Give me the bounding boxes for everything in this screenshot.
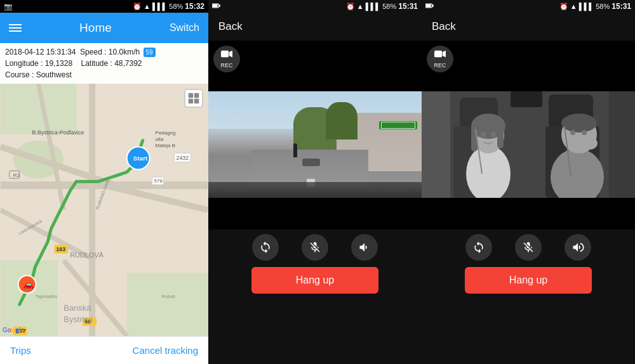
interior-camera-panel: ⏰ ▲ ▌▌▌ 58% 15:31 Back REC — [422, 0, 635, 364]
svg-text:Tajovského: Tajovského — [36, 294, 58, 299]
svg-text:🚗: 🚗 — [23, 279, 34, 290]
cam3-bottom-black — [422, 198, 635, 230]
cam2-header: Back — [208, 13, 422, 41]
svg-rect-47 — [221, 51, 229, 58]
cam2-hangup-area: Hang up — [208, 265, 422, 301]
cam3-hangup-button[interactable]: Hang up — [465, 267, 592, 294]
svg-text:B.Bystrica-Podlavice: B.Bystrica-Podlavice — [32, 129, 84, 136]
cam3-rec-button[interactable]: REC — [427, 46, 453, 72]
cam3-mic-button[interactable] — [515, 234, 542, 261]
svg-rect-46 — [213, 4, 218, 8]
svg-text:Start: Start — [133, 155, 148, 162]
cam3-controls — [422, 230, 635, 265]
cam2-videocam-icon — [221, 49, 232, 61]
cam2-time: 15:31 — [398, 2, 418, 11]
svg-rect-50 — [432, 4, 434, 7]
cam2-rec-label: REC — [220, 62, 232, 68]
status-bar-map: 📷 ⏰ ▲ ▌▌▌ 58% 15:32 — [0, 0, 208, 13]
cam2-back-button[interactable]: Back — [218, 20, 243, 33]
info-coords: Longitude : 19,1328 Latitude : 48,7392 — [5, 58, 203, 69]
longitude-label: Longitude : 19,1328 — [5, 59, 72, 68]
svg-rect-51 — [426, 4, 431, 8]
svg-point-71 — [582, 130, 587, 135]
cam2-right-icons: ⏰ ▲ ▌▌▌ 58% 15:31 — [346, 2, 418, 11]
svg-rect-63 — [497, 126, 504, 148]
cam3-signal-icon: ▌▌▌ — [579, 3, 594, 10]
cam2-top-black: REC — [208, 41, 422, 91]
svg-rect-42 — [189, 99, 194, 104]
svg-point-64 — [481, 132, 486, 137]
cam2-signal-icon: ▌▌▌ — [366, 3, 380, 10]
svg-rect-75 — [609, 91, 635, 198]
cam3-top-black: REC — [422, 41, 635, 91]
map-view[interactable]: R1 163 E77 66 Start 🚗 — [0, 84, 208, 336]
switch-button[interactable]: Switch — [170, 22, 199, 34]
status-right-icons: ⏰ ▲ ▌▌▌ 58% 15:32 — [133, 2, 204, 11]
cam2-bottom-black — [208, 198, 422, 230]
svg-text:Banská: Banská — [64, 303, 91, 313]
interior-scene — [422, 91, 635, 198]
svg-rect-43 — [194, 99, 199, 104]
cam2-wifi-icon: ▲ — [357, 3, 364, 10]
cam2-controls — [208, 230, 422, 265]
signal-icon: ▌▌▌ — [152, 3, 167, 10]
latitude-label: Latitude : 48,7392 — [81, 59, 142, 68]
trips-button[interactable]: Trips — [10, 345, 31, 356]
cam3-rotate-button[interactable] — [465, 234, 492, 261]
svg-point-65 — [491, 132, 496, 137]
svg-text:578: 578 — [154, 178, 163, 184]
svg-text:ulta: ulta — [156, 136, 164, 142]
svg-text:Pedagog: Pedagog — [156, 130, 176, 136]
svg-rect-52 — [434, 51, 442, 58]
cam3-time: 15:31 — [612, 2, 631, 11]
cam3-header: Back — [422, 13, 635, 41]
road-scene — [208, 91, 422, 198]
app-bar: Home Switch — [0, 13, 208, 43]
svg-point-69 — [582, 137, 598, 150]
svg-rect-76 — [511, 91, 542, 107]
speed-label: Speed : 10.0km/h — [80, 48, 140, 56]
menu-button[interactable] — [9, 24, 22, 32]
cam3-wifi-icon: ▲ — [570, 3, 577, 10]
cam2-mic-button[interactable] — [302, 234, 328, 261]
cam2-video-feed — [208, 91, 422, 198]
svg-rect-40 — [189, 93, 194, 98]
info-datetime-speed: 2018-04-12 15:31:34 Speed : 10.0km/h 59 — [5, 46, 203, 58]
cam2-hangup-button[interactable]: Hang up — [251, 267, 378, 294]
cam3-videocam-icon — [434, 49, 446, 61]
camera-status-icon: 📷 — [4, 3, 13, 11]
svg-text:163: 163 — [56, 246, 65, 252]
cam2-rec-button[interactable]: REC — [213, 46, 240, 72]
cam2-rotate-button[interactable] — [252, 234, 279, 261]
svg-marker-53 — [443, 51, 446, 58]
svg-text:RUDLOVÁ: RUDLOVÁ — [70, 251, 104, 259]
cam3-left-icon — [425, 3, 434, 10]
cam3-hangup-area: Hang up — [422, 265, 635, 301]
interior-svg — [422, 91, 635, 198]
cancel-tracking-button[interactable]: Cancel tracking — [133, 345, 198, 356]
cam2-battery: 58% — [382, 3, 396, 10]
svg-text:Bystrica: Bystrica — [64, 315, 93, 324]
app-title: Home — [79, 21, 112, 35]
cam3-video-feed — [422, 91, 635, 198]
cam3-alarm-icon: ⏰ — [559, 3, 568, 10]
map-svg: R1 163 E77 66 Start 🚗 — [0, 84, 208, 336]
google-logo: Google — [3, 327, 24, 334]
alarm-icon: ⏰ — [133, 3, 142, 11]
course-label: Course : Southwest — [5, 70, 72, 79]
cam3-speaker-button[interactable] — [565, 234, 591, 261]
svg-rect-74 — [422, 91, 450, 198]
cam3-rec-label: REC — [434, 62, 446, 68]
front-camera-panel: ⏰ ▲ ▌▌▌ 58% 15:31 Back REC — [208, 0, 422, 364]
cam3-back-button[interactable]: Back — [432, 20, 456, 33]
datetime-label: 2018-04-12 15:31:34 — [5, 48, 76, 56]
svg-text:Robot: Robot — [162, 294, 176, 299]
map-layers-button[interactable] — [184, 89, 203, 108]
cam3-battery: 58% — [596, 3, 610, 10]
cam2-speaker-button[interactable] — [351, 234, 378, 261]
svg-point-70 — [570, 130, 575, 135]
cam2-alarm-icon: ⏰ — [346, 3, 355, 10]
cam3-right-icons: ⏰ ▲ ▌▌▌ 58% 15:31 — [559, 2, 631, 11]
wifi-icon: ▲ — [144, 3, 150, 10]
speed-badge: 59 — [144, 48, 156, 57]
